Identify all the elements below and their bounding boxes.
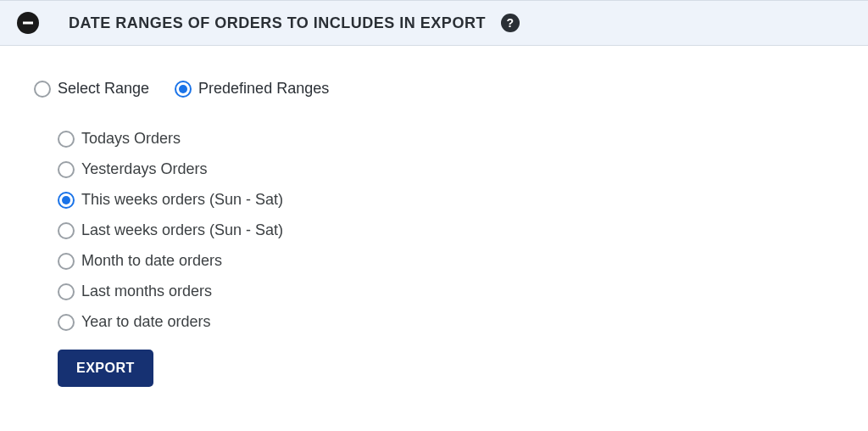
radio-dot bbox=[179, 85, 187, 93]
radio-label: Month to date orders bbox=[81, 252, 222, 270]
last-weeks-orders-radio[interactable]: Last weeks orders (Sun - Sat) bbox=[58, 221, 834, 239]
radio-circle bbox=[34, 81, 51, 98]
this-weeks-orders-radio[interactable]: This weeks orders (Sun - Sat) bbox=[58, 191, 834, 209]
yesterdays-orders-radio[interactable]: Yesterdays Orders bbox=[58, 160, 834, 178]
radio-circle bbox=[58, 161, 75, 178]
svg-rect-0 bbox=[23, 22, 33, 25]
section-header: DATE RANGES OF ORDERS TO INCLUDES IN EXP… bbox=[0, 0, 868, 46]
select-range-radio[interactable]: Select Range bbox=[34, 80, 149, 98]
month-to-date-orders-radio[interactable]: Month to date orders bbox=[58, 252, 834, 270]
section-title: DATE RANGES OF ORDERS TO INCLUDES IN EXP… bbox=[69, 14, 486, 32]
radio-label: Yesterdays Orders bbox=[81, 160, 207, 178]
minus-icon bbox=[22, 17, 34, 29]
range-type-group: Select Range Predefined Ranges bbox=[34, 80, 834, 98]
collapse-icon[interactable] bbox=[17, 12, 39, 34]
todays-orders-radio[interactable]: Todays Orders bbox=[58, 130, 834, 148]
radio-circle bbox=[58, 192, 75, 209]
predefined-ranges-radio[interactable]: Predefined Ranges bbox=[175, 80, 329, 98]
radio-circle bbox=[58, 314, 75, 331]
radio-circle bbox=[58, 283, 75, 300]
year-to-date-orders-radio[interactable]: Year to date orders bbox=[58, 313, 834, 331]
radio-dot bbox=[62, 196, 70, 204]
last-months-orders-radio[interactable]: Last months orders bbox=[58, 283, 834, 300]
predefined-options-group: Todays Orders Yesterdays Orders This wee… bbox=[34, 130, 834, 331]
radio-circle bbox=[58, 253, 75, 270]
radio-circle bbox=[58, 131, 75, 148]
radio-circle bbox=[175, 81, 192, 98]
radio-label: Last weeks orders (Sun - Sat) bbox=[81, 221, 283, 239]
content-area: Select Range Predefined Ranges Todays Or… bbox=[0, 46, 868, 404]
export-button[interactable]: EXPORT bbox=[58, 350, 153, 387]
radio-label: Year to date orders bbox=[81, 313, 210, 331]
radio-label: Last months orders bbox=[81, 283, 212, 300]
radio-label: This weeks orders (Sun - Sat) bbox=[81, 191, 283, 209]
radio-label: Todays Orders bbox=[81, 130, 181, 148]
radio-label: Predefined Ranges bbox=[198, 80, 329, 98]
help-icon[interactable]: ? bbox=[501, 14, 520, 32]
radio-label: Select Range bbox=[58, 80, 149, 98]
radio-circle bbox=[58, 222, 75, 239]
